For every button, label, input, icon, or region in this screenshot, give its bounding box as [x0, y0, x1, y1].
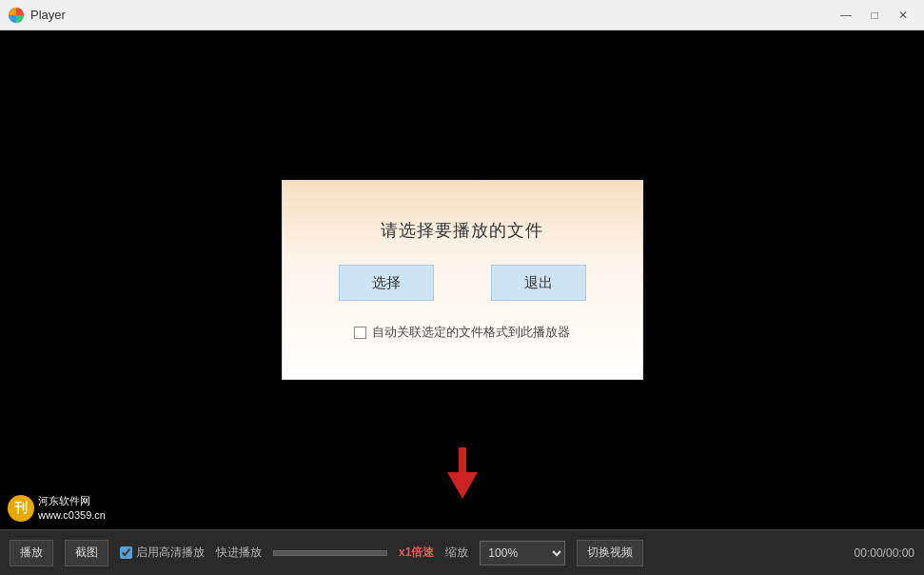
- time-display: 00:00/00:00: [855, 546, 914, 560]
- titlebar-title: Player: [30, 8, 66, 22]
- app-icon: [8, 7, 25, 24]
- zoom-label: 缩放: [445, 545, 468, 561]
- bottom-bar: 播放 截图 启用高清播放 快进播放 x1倍速 缩放 100% 75% 50% 1…: [0, 529, 924, 575]
- hd-checkbox-row: 启用高清播放: [120, 545, 205, 561]
- auto-associate-label: 自动关联选定的文件格式到此播放器: [372, 324, 570, 341]
- dialog-title: 请选择要播放的文件: [381, 219, 543, 242]
- watermark: 刊 河东软件网 www.c0359.cn: [0, 490, 113, 525]
- close-button[interactable]: ✕: [890, 5, 916, 26]
- speed-label: x1倍速: [399, 545, 434, 561]
- select-button[interactable]: 选择: [339, 265, 434, 301]
- arrow-head: [447, 472, 478, 499]
- watermark-icon: 刊: [8, 495, 34, 522]
- minimize-button[interactable]: —: [833, 5, 859, 26]
- titlebar-left: Player: [8, 7, 66, 24]
- screenshot-button[interactable]: 截图: [65, 540, 108, 566]
- hd-checkbox[interactable]: [120, 546, 132, 559]
- arrow-indicator: [447, 447, 478, 499]
- exit-button[interactable]: 退出: [491, 265, 586, 301]
- zoom-select[interactable]: 100% 75% 50% 150% 200%: [480, 541, 565, 565]
- hd-label: 启用高清播放: [136, 545, 205, 561]
- titlebar: Player — □ ✕: [0, 0, 924, 30]
- play-button[interactable]: 播放: [10, 540, 53, 566]
- fast-forward-label: 快进播放: [216, 545, 262, 561]
- auto-associate-checkbox[interactable]: [354, 327, 366, 339]
- watermark-site-name: 河东软件网: [38, 494, 106, 507]
- watermark-text: 河东软件网 www.c0359.cn: [38, 494, 106, 522]
- watermark-url: www.c0359.cn: [38, 508, 106, 522]
- fast-forward-progress[interactable]: [273, 550, 387, 556]
- dialog-checkbox-row: 自动关联选定的文件格式到此播放器: [354, 324, 570, 341]
- file-select-dialog: 请选择要播放的文件 选择 退出 自动关联选定的文件格式到此播放器: [282, 180, 643, 380]
- switch-video-button[interactable]: 切换视频: [577, 540, 643, 566]
- dialog-buttons: 选择 退出: [339, 265, 586, 301]
- titlebar-controls: — □ ✕: [833, 5, 916, 26]
- maximize-button[interactable]: □: [861, 5, 888, 26]
